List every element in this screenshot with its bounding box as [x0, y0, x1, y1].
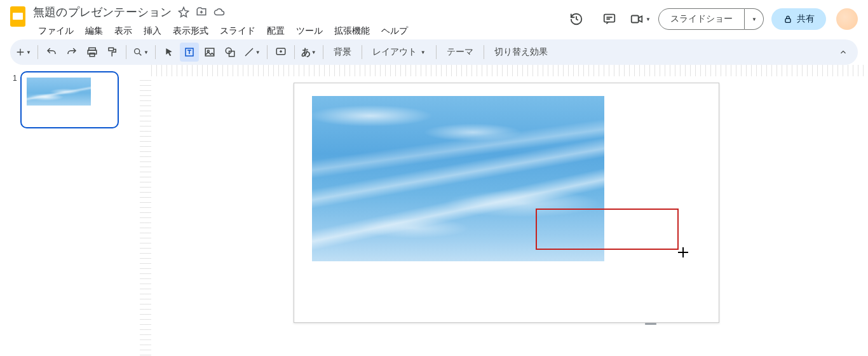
thumbnail-image: [27, 78, 91, 106]
slide-canvas[interactable]: [294, 83, 719, 323]
drawing-selection-rect[interactable]: [536, 209, 679, 250]
background-button[interactable]: 背景: [327, 43, 358, 62]
separator: [436, 45, 437, 59]
star-icon[interactable]: [178, 6, 189, 18]
separator: [362, 45, 362, 59]
separator: [323, 45, 323, 59]
slideshow-button-group: スライドショー ▼: [658, 8, 764, 30]
input-mode-button[interactable]: あ▼: [299, 43, 319, 62]
history-icon[interactable]: [564, 6, 589, 32]
app-logo[interactable]: [5, 4, 31, 29]
new-slide-button[interactable]: ▼: [13, 43, 34, 62]
line-tool[interactable]: ▼: [241, 43, 263, 62]
menu-edit[interactable]: 編集: [80, 23, 108, 39]
svg-rect-4: [785, 18, 790, 22]
separator: [155, 45, 156, 59]
chevron-down-icon: ▼: [646, 17, 651, 22]
slideshow-button[interactable]: スライドショー: [658, 8, 745, 30]
cloud-status-icon[interactable]: [214, 6, 225, 18]
theme-button[interactable]: テーマ: [440, 43, 480, 62]
doc-title[interactable]: 無題のプレゼンテーション: [33, 4, 172, 20]
paint-format-button[interactable]: [103, 43, 122, 62]
slide-thumbnail[interactable]: [20, 71, 119, 128]
svg-point-9: [135, 49, 140, 54]
redo-button[interactable]: [62, 43, 81, 62]
shape-tool[interactable]: [220, 43, 240, 62]
collapse-toolbar-button[interactable]: [834, 43, 853, 62]
meet-button[interactable]: ▼: [630, 12, 651, 26]
slide-number: 1: [13, 74, 17, 83]
undo-button[interactable]: [42, 43, 61, 62]
chevron-down-icon: ▼: [421, 50, 426, 55]
separator: [37, 45, 38, 59]
menu-bar: ファイル 編集 表示 挿入 表示形式 スライド 配置 ツール 拡張機能 ヘルプ: [33, 22, 564, 41]
select-tool[interactable]: [159, 43, 179, 62]
layout-button[interactable]: レイアウト▼: [366, 43, 432, 62]
separator: [294, 45, 295, 59]
input-kana-label: あ: [301, 46, 311, 58]
toolbar: ▼ ▼ ▼ あ▼ 背景 レイアウト▼ テーマ 切り替え効果: [10, 39, 858, 65]
menu-insert[interactable]: 挿入: [139, 23, 166, 39]
move-icon[interactable]: [196, 6, 207, 18]
chevron-down-icon: ▼: [26, 50, 31, 55]
filmstrip: 1: [0, 65, 140, 356]
chevron-down-icon: ▼: [255, 50, 261, 55]
zoom-button[interactable]: ▼: [130, 43, 151, 62]
notes-drag-handle[interactable]: [645, 323, 656, 325]
menu-slide[interactable]: スライド: [215, 23, 261, 39]
svg-rect-11: [205, 48, 214, 56]
print-button[interactable]: [83, 43, 102, 62]
svg-rect-3: [632, 16, 639, 23]
menu-view[interactable]: 表示: [109, 23, 137, 39]
transition-button[interactable]: 切り替え効果: [488, 43, 554, 62]
menu-arrange[interactable]: 配置: [262, 23, 290, 39]
comment-add-button[interactable]: [271, 43, 290, 62]
chevron-down-icon: ▼: [752, 17, 757, 22]
menu-format[interactable]: 表示形式: [168, 23, 214, 39]
menu-extensions[interactable]: 拡張機能: [329, 23, 375, 39]
lock-icon: [783, 14, 793, 24]
svg-rect-8: [109, 48, 114, 51]
separator: [126, 45, 126, 59]
textbox-tool[interactable]: [180, 43, 199, 62]
svg-rect-1: [13, 13, 23, 20]
canvas-area: [140, 65, 868, 356]
separator: [267, 45, 268, 59]
crosshair-cursor-icon: [678, 247, 688, 257]
menu-file[interactable]: ファイル: [33, 23, 79, 39]
svg-rect-14: [229, 51, 234, 57]
slideshow-dropdown[interactable]: ▼: [745, 8, 764, 30]
svg-rect-2: [604, 15, 615, 22]
layout-label: レイアウト: [372, 46, 417, 58]
chevron-down-icon: ▼: [311, 50, 316, 55]
menu-help[interactable]: ヘルプ: [376, 23, 413, 39]
chevron-down-icon: ▼: [144, 50, 149, 55]
share-label: 共有: [797, 13, 815, 25]
vertical-ruler[interactable]: [140, 80, 151, 356]
horizontal-ruler[interactable]: [151, 65, 868, 76]
image-tool[interactable]: [200, 43, 219, 62]
share-button[interactable]: 共有: [771, 8, 826, 30]
comments-icon[interactable]: [597, 6, 622, 32]
menu-tools[interactable]: ツール: [291, 23, 328, 39]
separator: [484, 45, 484, 59]
account-avatar[interactable]: [836, 8, 858, 30]
